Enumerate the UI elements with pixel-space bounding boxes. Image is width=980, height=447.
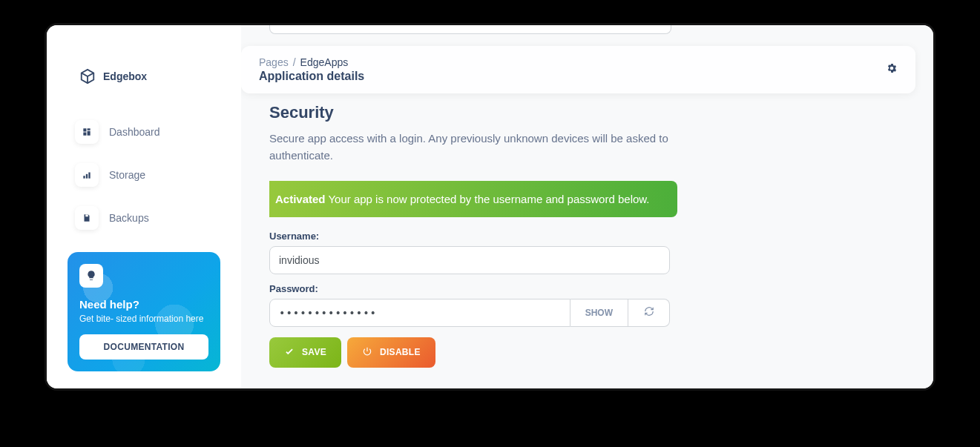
security-form: Username: Password: SHOW <box>269 231 670 368</box>
page-title: Application details <box>259 70 364 83</box>
brand-name: Edgebox <box>103 70 147 82</box>
sidebar-item-label: Dashboard <box>109 126 160 138</box>
brand-logo-icon <box>79 68 96 85</box>
sidebar-item-backups[interactable]: Backups <box>68 199 220 237</box>
breadcrumb-current[interactable]: EdgeApps <box>300 56 349 68</box>
header-bar: Pages / EdgeApps Application details <box>241 46 915 93</box>
help-card: Need help? Get bite- sized information h… <box>68 252 220 371</box>
help-subtitle: Get bite- sized information here <box>79 314 208 324</box>
alert-text: Your app is now protected by the usernam… <box>326 193 650 205</box>
lightbulb-icon <box>79 264 103 288</box>
brand: Edgebox <box>57 36 231 98</box>
check-icon <box>284 346 295 359</box>
help-title: Need help? <box>79 298 208 311</box>
sidebar-item-label: Storage <box>109 169 145 181</box>
breadcrumb-sep: / <box>293 56 296 68</box>
svg-rect-2 <box>88 173 90 179</box>
show-password-button[interactable]: SHOW <box>570 299 628 327</box>
backups-icon <box>75 206 99 230</box>
username-field-group: Username: <box>269 231 670 274</box>
sidebar-nav: Dashboard Storage Backups <box>57 113 231 237</box>
documentation-button[interactable]: DOCUMENTATION <box>79 334 208 360</box>
sidebar: Edgebox Dashboard Storage Backups <box>47 25 241 388</box>
password-label: Password: <box>269 283 670 294</box>
input-fragment[interactable] <box>269 25 671 34</box>
disable-button-label: DISABLE <box>380 347 421 357</box>
breadcrumb: Pages / EdgeApps Application details <box>259 56 364 83</box>
password-row: SHOW <box>269 299 670 327</box>
username-label: Username: <box>269 231 670 242</box>
form-actions: SAVE DISABLE <box>269 337 670 368</box>
section-description: Secure app access with a login. Any prev… <box>269 130 670 165</box>
username-input[interactable] <box>269 246 670 274</box>
storage-icon <box>75 163 99 187</box>
svg-rect-3 <box>85 214 88 216</box>
section-title: Security <box>269 103 915 122</box>
password-field-group: Password: SHOW <box>269 283 670 327</box>
content-area: Security Secure app access with a login.… <box>269 103 915 388</box>
sidebar-item-label: Backups <box>109 212 149 224</box>
power-icon <box>362 346 372 359</box>
save-button-label: SAVE <box>302 347 326 357</box>
gear-icon[interactable] <box>886 62 898 77</box>
app-window: Edgebox Dashboard Storage Backups <box>47 25 933 388</box>
refresh-icon <box>644 306 654 319</box>
main-content: Pages / EdgeApps Application details Sec… <box>241 25 933 388</box>
breadcrumb-root[interactable]: Pages <box>259 56 289 68</box>
sidebar-item-storage[interactable]: Storage <box>68 156 220 194</box>
svg-rect-1 <box>86 174 88 179</box>
alert-strong: Activated <box>275 193 326 205</box>
save-button[interactable]: SAVE <box>269 337 341 368</box>
svg-rect-0 <box>83 176 85 179</box>
password-input[interactable] <box>269 299 570 327</box>
regenerate-password-button[interactable] <box>628 299 670 327</box>
dashboard-icon <box>75 120 99 144</box>
alert-activated: Activated Your app is now protected by t… <box>269 181 677 217</box>
sidebar-item-dashboard[interactable]: Dashboard <box>68 113 220 151</box>
disable-button[interactable]: DISABLE <box>347 337 435 368</box>
